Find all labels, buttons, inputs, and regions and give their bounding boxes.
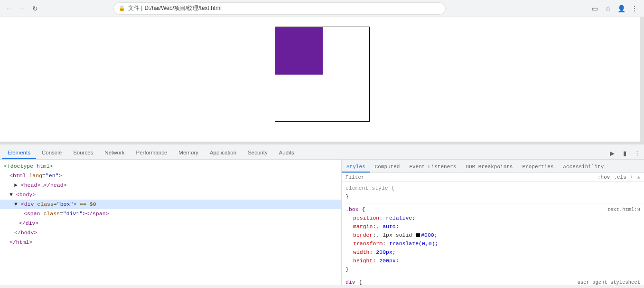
subtab-styles[interactable]: Styles	[342, 162, 370, 173]
dt-inspect-btn[interactable]: ▶	[607, 148, 617, 158]
subtab-event-listeners[interactable]: Event Listeners	[404, 162, 461, 173]
chrome-actions: ▭ ☆ 👤 ⋮	[589, 3, 640, 14]
subtab-computed[interactable]: Computed	[370, 162, 405, 173]
subtab-accessibility[interactable]: Accessibility	[559, 162, 609, 173]
tab-application[interactable]: Application	[204, 147, 242, 159]
scrollbar-right[interactable]	[640, 17, 644, 142]
tab-network[interactable]: Network	[99, 147, 130, 159]
address-text: D:/hai/Web/项目/纹理/text.html	[144, 4, 222, 12]
styles-subtabs: Styles Computed Event Listeners DOM Brea…	[342, 160, 644, 173]
div-source: user agent stylesheet	[578, 278, 640, 285]
reload-button[interactable]: ↻	[30, 4, 40, 13]
div-rule-block: div { user agent stylesheet display: blo…	[342, 276, 644, 285]
bookmark-btn[interactable]: ☆	[602, 3, 614, 14]
filter-input[interactable]	[345, 174, 594, 180]
html-line-html-close: </html>	[0, 238, 341, 247]
div-selector-line: div { user agent stylesheet	[345, 278, 640, 285]
box-prop-height: height: 200px;	[345, 257, 640, 265]
html-line-div-close: </div>	[0, 219, 341, 228]
box-source: text.html:9	[607, 205, 640, 214]
div1-span	[275, 27, 323, 75]
tab-console[interactable]: Console	[36, 147, 67, 159]
tab-sources[interactable]: Sources	[67, 147, 99, 159]
html-line-body-close: </body>	[0, 228, 341, 238]
dt-more-btn[interactable]: ⋮	[632, 148, 642, 158]
profile-btn[interactable]: 👤	[616, 3, 627, 14]
subtab-properties[interactable]: Properties	[517, 162, 558, 173]
html-line-body[interactable]: ▼ <body>	[0, 190, 341, 200]
html-line-head[interactable]: ► <head>…</head>	[0, 181, 341, 190]
elements-panel: <!doctype html> <html lang="en"> ► <head…	[0, 160, 342, 285]
styles-panel: Styles Computed Event Listeners DOM Brea…	[342, 160, 644, 285]
box-prop-margin: margin:, auto;	[345, 222, 640, 231]
forward-button[interactable]: →	[17, 4, 27, 13]
scrollbar-placeholder: ▲	[637, 174, 640, 180]
box-selector-line: .box { text.html:9	[345, 205, 640, 214]
devtools-body: <!doctype html> <html lang="en"> ► <head…	[0, 160, 644, 285]
box-prop-border: border:, 1px solid #000;	[345, 231, 640, 240]
box-prop-transform: transform: translate(0,0);	[345, 240, 640, 248]
box-rule-block: .box { text.html:9 position: relative; m…	[342, 203, 644, 276]
element-style-close: }	[345, 192, 640, 201]
address-prefix: 文件 |	[128, 4, 142, 12]
webpage-area	[0, 17, 644, 144]
menu-btn[interactable]: ⋮	[629, 3, 640, 14]
element-style-block: element.style { }	[342, 182, 644, 203]
lock-icon: 🔒	[119, 5, 125, 11]
filter-bar: :hov .cls + ▲	[342, 173, 644, 182]
subtab-dom-breakpoints[interactable]: DOM Breakpoints	[461, 162, 517, 173]
html-line-html: <html lang="en">	[0, 171, 341, 181]
html-line-doctype: <!doctype html>	[0, 162, 341, 171]
tab-audits[interactable]: Audits	[273, 147, 300, 159]
box-prop-width: width: 200px;	[345, 248, 640, 257]
back-button[interactable]: ←	[4, 4, 13, 13]
element-style-selector: element.style {	[345, 184, 640, 192]
tab-memory[interactable]: Memory	[173, 147, 204, 159]
box-close-line: }	[345, 265, 640, 274]
cls-button[interactable]: .cls	[614, 174, 626, 180]
box-container	[275, 27, 370, 122]
tab-security[interactable]: Security	[242, 147, 273, 159]
dt-device-btn[interactable]: ▮	[619, 148, 630, 158]
html-line-div-box[interactable]: ▼ <div class="box"> == $0	[0, 200, 341, 209]
box-prop-position: position: relative;	[345, 214, 640, 222]
tab-elements[interactable]: Elements	[2, 147, 36, 159]
tab-performance[interactable]: Performance	[131, 147, 173, 159]
hov-button[interactable]: :hov	[597, 174, 610, 180]
devtools: Elements Console Sources Network Perform…	[0, 144, 644, 285]
devtools-tabs: Elements Console Sources Network Perform…	[0, 144, 644, 160]
address-bar[interactable]: 🔒 文件 | D:/hai/Web/项目/纹理/text.html	[113, 2, 446, 15]
screenshot-btn[interactable]: ▭	[589, 3, 600, 14]
dt-tab-icons: ▶ ▮ ⋮	[607, 148, 642, 159]
plus-button[interactable]: +	[630, 174, 634, 180]
browser-chrome: ← → ↻ 🔒 文件 | D:/hai/Web/项目/纹理/text.html …	[0, 0, 644, 17]
html-line-span[interactable]: <span class="div1"></span>	[0, 209, 341, 219]
